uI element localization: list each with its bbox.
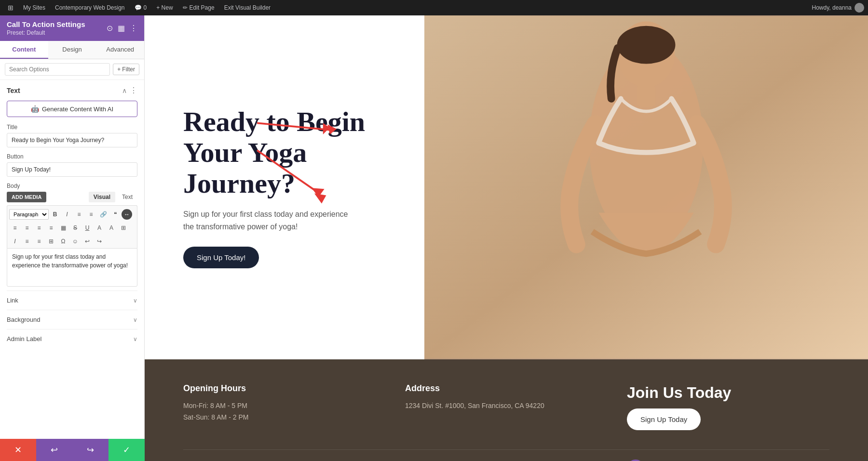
footer-signup-button[interactable]: Sign Up Today (627, 408, 701, 430)
body-section: Body ADD MEDIA Visual Text Paragraph B I… (7, 183, 137, 287)
admin-label-section: Admin Label ∨ (7, 329, 137, 348)
bold-button[interactable]: B (49, 209, 61, 220)
close-button[interactable]: ✕ (0, 439, 36, 461)
omega-button[interactable]: Ω (57, 236, 69, 247)
save-button[interactable]: ✓ (108, 439, 145, 461)
address-text: 1234 Divi St. #1000, San Francisco, CA 9… (405, 400, 608, 412)
expand-icon[interactable]: ↔ (122, 209, 132, 220)
tab-advanced[interactable]: Advanced (96, 41, 144, 59)
title-label: Title (7, 124, 137, 131)
user-menu[interactable]: Howdy, deanna (812, 3, 865, 13)
footer-section: Opening Hours Mon-Fri: 8 AM - 5 PM Sat-S… (145, 359, 868, 461)
wp-admin-bar: ⊞ My Sites Contemporary Web Design 💬 0 +… (0, 0, 868, 15)
new-item-menu[interactable]: + New (152, 0, 176, 15)
link-button[interactable]: 🔗 (97, 209, 109, 220)
strikethrough-button[interactable]: S (69, 222, 81, 234)
yoga-illustration (424, 15, 868, 359)
bg-color-button[interactable]: A (106, 222, 117, 234)
admin-label-section-header[interactable]: Admin Label ∨ (7, 335, 137, 342)
outdent-button[interactable]: ≡ (33, 236, 45, 247)
join-title: Join Us Today (627, 383, 829, 402)
background-section-header[interactable]: Background ∨ (7, 316, 137, 323)
more-options-icon[interactable]: ⋮ (130, 24, 137, 33)
undo-icon: ↩ (51, 445, 58, 455)
collapse-icon[interactable]: ∧ (122, 87, 127, 94)
blockquote-button[interactable]: ❝ (109, 209, 121, 220)
special-chars-button[interactable]: ⊞ (45, 236, 57, 247)
panel-search-bar: + Filter (0, 59, 144, 80)
text-tab[interactable]: Text (117, 192, 137, 202)
body-label: Body (7, 183, 137, 189)
my-sites-menu[interactable]: My Sites (19, 0, 49, 15)
undo-button[interactable]: ↩ (81, 236, 93, 247)
left-panel: Call To Action Settings Preset: Default … (0, 15, 145, 461)
text-section-title: Text (7, 87, 20, 94)
filter-button[interactable]: + Filter (113, 64, 139, 75)
yoga-image (424, 15, 868, 359)
paragraph-select[interactable]: Paragraph (9, 209, 49, 220)
button-input[interactable] (7, 162, 137, 177)
edit-page-label: Edit Page (190, 4, 215, 11)
hero-text-column: Ready to Begin Your Yoga Journey? Sign u… (145, 15, 424, 359)
hero-image-column (424, 15, 868, 359)
admin-label-section-title: Admin Label (7, 335, 41, 342)
edit-page-link[interactable]: ✏ Edit Page (179, 0, 218, 15)
ai-generate-button[interactable]: 🤖 Generate Content With AI (7, 101, 137, 117)
wp-logo[interactable]: ⊞ (4, 0, 17, 15)
ol-button[interactable]: ≡ (85, 209, 97, 220)
layout-icon[interactable]: ▦ (118, 24, 125, 33)
filter-label: Filter (122, 66, 135, 73)
undo-button[interactable]: ↩ (36, 439, 72, 461)
admin-label-chevron-icon: ∨ (133, 336, 137, 342)
close-icon: ✕ (14, 445, 22, 455)
editor-body[interactable]: Sign up for your first class today and e… (7, 248, 137, 287)
search-input[interactable] (5, 63, 110, 76)
italic-button[interactable]: I (61, 209, 73, 220)
main-content: Ready to Begin Your Yoga Journey? Sign u… (145, 15, 868, 461)
comments-link[interactable]: 💬 0 (131, 0, 151, 15)
align-right-button[interactable]: ≡ (33, 222, 45, 234)
emoji-button[interactable]: ☺ (69, 236, 81, 247)
bottom-action-bar: ✕ ↩ ↪ ✓ (0, 439, 145, 461)
filter-icon: + (117, 66, 121, 73)
ai-settings-icon[interactable]: ⊙ (107, 24, 113, 33)
exit-builder-link[interactable]: Exit Visual Builder (220, 0, 275, 15)
add-media-button[interactable]: ADD MEDIA (7, 192, 46, 202)
link-section: Link ∨ (7, 290, 137, 310)
align-center-button[interactable]: ≡ (21, 222, 33, 234)
underline-button[interactable]: U (81, 222, 93, 234)
ul-button[interactable]: ≡ (73, 209, 85, 220)
align-left-button[interactable]: ≡ (9, 222, 21, 234)
indent-button[interactable]: ≡ (21, 236, 33, 247)
paste-button[interactable]: ⊞ (118, 222, 129, 234)
text-section-header[interactable]: Text ∧ ⋮ (7, 86, 137, 95)
exit-builder-label: Exit Visual Builder (224, 4, 271, 11)
new-label: + New (156, 4, 173, 11)
my-sites-label: My Sites (23, 4, 45, 11)
justify-button[interactable]: ≡ (45, 222, 57, 234)
svg-point-3 (617, 26, 676, 64)
font-color-button[interactable]: A (94, 222, 105, 234)
panel-preset[interactable]: Preset: Default (7, 29, 85, 36)
site-name-link[interactable]: Contemporary Web Design (51, 0, 129, 15)
section-more-icon[interactable]: ⋮ (130, 86, 137, 95)
panel-title: Call To Action Settings (7, 20, 85, 28)
edit-icon: ✏ (183, 4, 188, 11)
ai-icon: 🤖 (31, 105, 39, 113)
hero-cta-button[interactable]: Sign Up Today! (183, 247, 259, 268)
editor-toolbar: Paragraph B I ≡ ≡ 🔗 ❝ ↔ ≡ ≡ ≡ ≡ ▦ S (7, 205, 137, 248)
address-column: Address 1234 Divi St. #1000, San Francis… (405, 383, 608, 430)
link-section-header[interactable]: Link ∨ (7, 297, 137, 304)
tab-design[interactable]: Design (48, 41, 96, 59)
redo-editor-button[interactable]: ↪ (94, 236, 105, 247)
howdy-label: Howdy, deanna (812, 4, 852, 11)
title-input[interactable] (7, 133, 137, 147)
wp-icon: ⊞ (8, 4, 14, 12)
background-section: Background ∨ (7, 310, 137, 329)
table-button[interactable]: ▦ (57, 222, 69, 234)
visual-tab[interactable]: Visual (89, 192, 115, 202)
hero-subtext: Sign up for your first class today and e… (183, 208, 357, 233)
redo-button[interactable]: ↪ (72, 439, 108, 461)
tab-content[interactable]: Content (0, 41, 48, 59)
format-button[interactable]: I (9, 236, 21, 247)
